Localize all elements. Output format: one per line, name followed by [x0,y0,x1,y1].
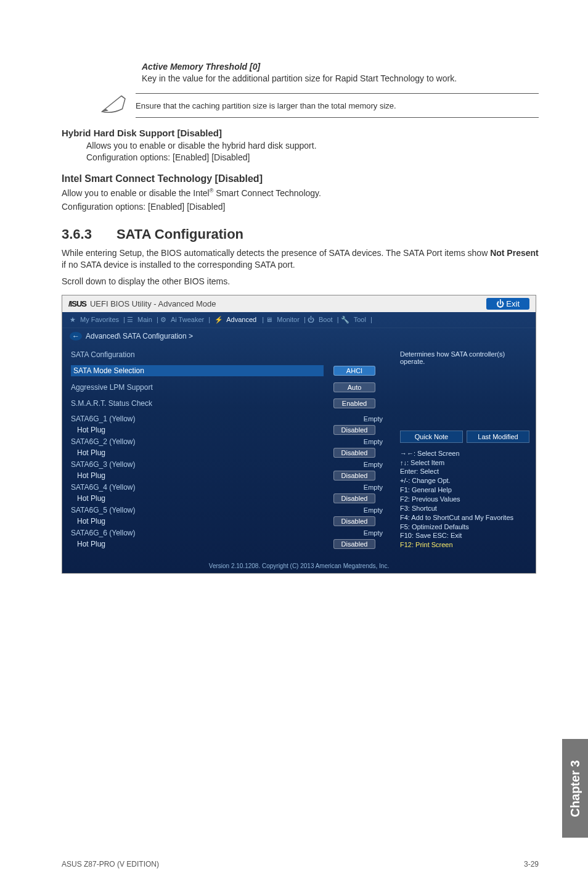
bios-top-menu[interactable]: ★ My Favorites | ☰ Main | ⚙ Ai Tweaker |… [62,312,536,328]
bios-port-hotplug-label[interactable]: Hot Plug [71,426,324,434]
bios-sata-port-group: SATA6G_4 (Yellow)EmptyHot PlugDisabled [71,483,385,503]
bios-item-lpm[interactable]: Aggressive LPM Support [71,383,324,392]
footer-page-num: 3-29 [524,860,539,868]
bios-val-mode[interactable]: AHCI [333,366,375,376]
bios-port-hotplug-value[interactable]: Disabled [333,471,376,481]
bios-quick-note-button[interactable]: Quick Note [400,431,463,443]
bios-port-hotplug-label[interactable]: Hot Plug [71,471,324,480]
bios-port-hotplug-value[interactable]: Disabled [333,493,376,503]
smart-connect-desc: Allow you to enable or disable the Intel… [62,187,539,199]
bios-port-name[interactable]: SATA6G_1 (Yellow) [71,415,324,423]
section-body2: Scroll down to display the other BIOS it… [62,276,539,287]
bios-port-name[interactable]: SATA6G_6 (Yellow) [71,529,324,537]
bios-port-status: Empty [324,506,383,514]
bios-item-sata-mode[interactable]: SATA Mode Selection [71,365,324,376]
bios-last-modified-button[interactable]: Last Modified [467,431,529,443]
back-arrow-icon: ← [70,332,82,340]
bios-port-status: Empty [324,529,383,537]
bios-exit-button[interactable]: ⏻ Exit [486,298,529,310]
bios-screenshot: /ISUS UEFI BIOS Utility - Advanced Mode … [62,295,536,574]
bios-sata-port-group: SATA6G_5 (Yellow)EmptyHot PlugDisabled [71,506,385,526]
bios-item-smart[interactable]: S.M.A.R.T. Status Check [71,399,324,408]
bios-port-status: Empty [324,438,383,445]
section-number: 3.6.3 [62,226,92,242]
footer-model: ASUS Z87-PRO (V EDITION) [62,860,159,868]
bios-port-hotplug-value[interactable]: Disabled [333,425,376,435]
bios-port-hotplug-value[interactable]: Disabled [333,516,376,526]
bios-sata-port-group: SATA6G_1 (Yellow)EmptyHot PlugDisabled [71,415,385,435]
bios-sata-port-group: SATA6G_3 (Yellow)EmptyHot PlugDisabled [71,460,385,481]
smart-connect-opts: Configuration options: [Enabled] [Disabl… [62,201,539,213]
section-body1: While entering Setup, the BIOS automatic… [62,247,539,271]
bios-port-hotplug-label[interactable]: Hot Plug [71,540,324,548]
hybrid-desc: Allows you to enable or disable the hybr… [86,140,539,152]
section-title: SATA Configuration [116,226,243,242]
bios-val-lpm[interactable]: Auto [333,382,375,392]
hybrid-opts: Configuration options: [Enabled] [Disabl… [86,152,539,163]
pencil-note-icon [99,93,136,118]
bios-port-status: Empty [324,461,383,468]
bios-sata-port-group: SATA6G_2 (Yellow)EmptyHot PlugDisabled [71,437,385,458]
bios-back-breadcrumb[interactable]: ← Advanced\ SATA Configuration > [62,328,536,344]
bios-logo: /ISUS [68,299,86,308]
bios-port-hotplug-label[interactable]: Hot Plug [71,494,324,503]
bios-title: UEFI BIOS Utility - Advanced Mode [90,299,216,308]
bios-port-name[interactable]: SATA6G_2 (Yellow) [71,437,324,446]
bios-port-hotplug-value[interactable]: Disabled [333,448,376,458]
power-icon: ⏻ [496,299,507,308]
active-memory-title: Active Memory Threshold [0] [142,62,539,72]
smart-connect-title: Intel Smart Connect Technology [Disabled… [62,173,539,184]
bios-port-status: Empty [324,484,383,491]
note-callout: Ensure that the caching partition size i… [62,93,539,118]
active-memory-body: Key in the value for the additional part… [142,73,539,85]
bios-port-status: Empty [324,415,383,423]
chapter-tab: Chapter 3 [562,739,588,838]
bios-sata-port-group: SATA6G_6 (Yellow)EmptyHot PlugDisabled [71,529,385,549]
bios-port-hotplug-label[interactable]: Hot Plug [71,448,324,457]
bios-help-keys: →←: Select Screen ↑↓: Select Item Enter:… [400,449,529,550]
bios-version-footer: Version 2.10.1208. Copyright (C) 2013 Am… [62,560,536,573]
bios-item-sata-config: SATA Configuration [71,350,324,359]
hybrid-title: Hybrid Hard Disk Support [Disabled] [62,128,539,138]
note-text: Ensure that the caching partition size i… [136,101,396,110]
bios-val-smart[interactable]: Enabled [333,398,375,408]
bios-port-hotplug-label[interactable]: Hot Plug [71,517,324,526]
bios-port-name[interactable]: SATA6G_3 (Yellow) [71,460,324,469]
bios-port-name[interactable]: SATA6G_4 (Yellow) [71,483,324,492]
bios-port-name[interactable]: SATA6G_5 (Yellow) [71,506,324,514]
bios-port-hotplug-value[interactable]: Disabled [333,539,376,549]
bios-help-desc: Determines how SATA controller(s) operat… [400,350,529,424]
